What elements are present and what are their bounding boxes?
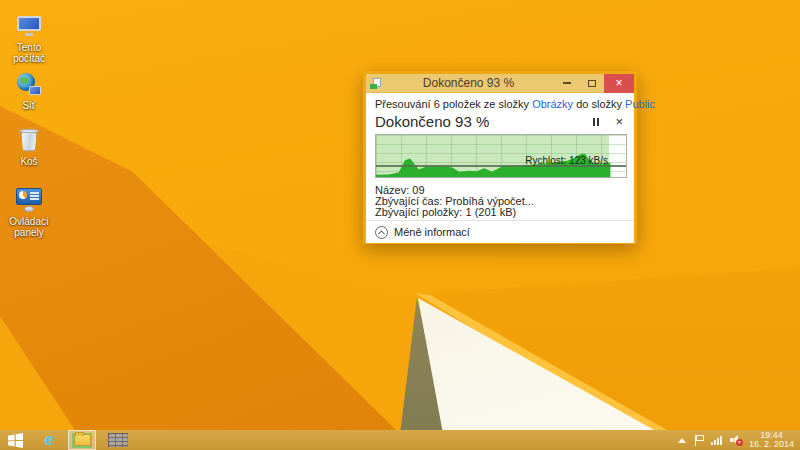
taskbar-file-explorer-active[interactable] [68,430,96,450]
this-pc-icon [14,12,44,40]
taskbar-bricks-app[interactable] [104,430,132,450]
recycle-bin-icon [14,126,44,154]
less-information-label: Méně informací [394,226,470,238]
start-button[interactable] [0,430,30,450]
taskbar-internet-explorer[interactable]: e [36,430,62,450]
volume-muted-icon[interactable]: × [730,434,743,446]
network-icon [14,70,44,98]
windows-logo-icon [8,433,23,448]
action-center-flag-icon[interactable] [694,435,703,446]
progress-heading: Dokončeno 93 % [375,113,593,130]
pause-icon[interactable] [593,118,599,126]
copy-dialog-icon [370,78,383,89]
dialog-titlebar[interactable]: Dokončeno 93 % × [366,74,634,93]
transfer-description: Přesouvání 6 položek ze složky Obrázky d… [375,98,625,110]
close-button[interactable]: × [604,74,634,93]
desktop-icon-this-pc[interactable]: Tento počítač [0,12,58,64]
transfer-details: Název: 09 Zbývající čas: Probíhá výpočet… [375,185,625,218]
desktop-icon-label: Ovládací panely [0,216,58,238]
maximize-button[interactable] [579,74,604,93]
show-hidden-icons-arrow[interactable] [678,438,686,443]
desktop-icon-recycle-bin[interactable]: Koš [0,126,58,167]
chevron-up-icon [375,226,388,239]
desktop-screen: Tento počítač Síť Koš Ovládací panely Do… [0,0,800,450]
desktop-icon-label: Síť [22,100,35,111]
destination-folder-link[interactable]: Public [625,98,655,110]
taskbar: e × 19:44 16. 2. 2014 [0,430,800,450]
less-information-button[interactable]: Méně informací [366,220,634,243]
minimize-button[interactable] [554,74,579,93]
detail-items-remaining: Zbývající položky: 1 (201 kB) [375,207,625,218]
system-tray: × 19:44 16. 2. 2014 [678,430,800,450]
speed-label: Rychlost: 123 kB/s [525,155,608,166]
dialog-title: Dokončeno 93 % [383,76,554,90]
control-panel-icon [14,186,44,214]
desktop-icon-label: Tento počítač [0,42,58,64]
network-signal-icon[interactable] [711,435,722,445]
cancel-icon[interactable]: × [615,115,623,128]
desktop-icon-control-panel[interactable]: Ovládací panely [0,186,58,238]
speed-chart: Rychlost: 123 kB/s [375,134,627,178]
internet-explorer-icon: e [45,432,54,448]
transfer-middle: do složky [573,98,625,110]
transfer-prefix: Přesouvání 6 položek ze složky [375,98,532,110]
clock-date: 16. 2. 2014 [749,440,794,449]
file-copy-dialog: Dokončeno 93 % × Přesouvání 6 položek ze… [363,71,637,244]
desktop-icon-label: Koš [20,156,37,167]
desktop-icon-network[interactable]: Síť [0,70,58,111]
folder-icon [74,434,91,446]
brick-wall-icon [108,433,128,447]
dialog-body: Přesouvání 6 položek ze složky Obrázky d… [366,93,634,243]
taskbar-clock[interactable]: 19:44 16. 2. 2014 [749,431,794,449]
source-folder-link[interactable]: Obrázky [532,98,573,110]
